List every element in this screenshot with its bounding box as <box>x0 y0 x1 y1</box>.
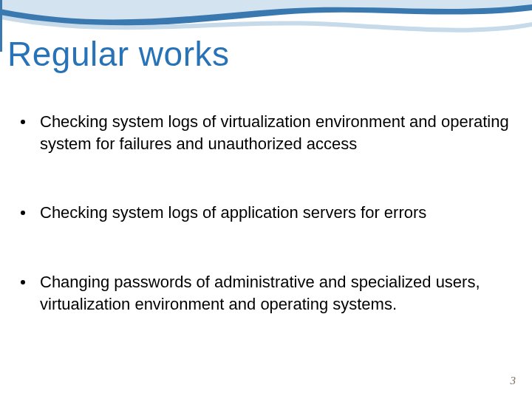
bullet-dot-icon <box>21 211 25 215</box>
bullet-text: Checking system logs of virtualization e… <box>40 111 517 154</box>
bullet-text: Changing passwords of administrative and… <box>40 271 517 315</box>
slide-content: Checking system logs of virtualization e… <box>21 111 517 315</box>
bullet-item: Checking system logs of virtualization e… <box>21 111 517 154</box>
slide: Regular works Checking system logs of vi… <box>0 0 532 399</box>
slide-title: Regular works <box>7 34 230 74</box>
page-number: 3 <box>511 375 516 387</box>
bullet-dot-icon <box>21 120 25 124</box>
bullet-item: Changing passwords of administrative and… <box>21 271 517 315</box>
bullet-item: Checking system logs of application serv… <box>21 202 517 224</box>
bullet-text: Checking system logs of application serv… <box>40 202 517 224</box>
bullet-dot-icon <box>21 280 25 284</box>
